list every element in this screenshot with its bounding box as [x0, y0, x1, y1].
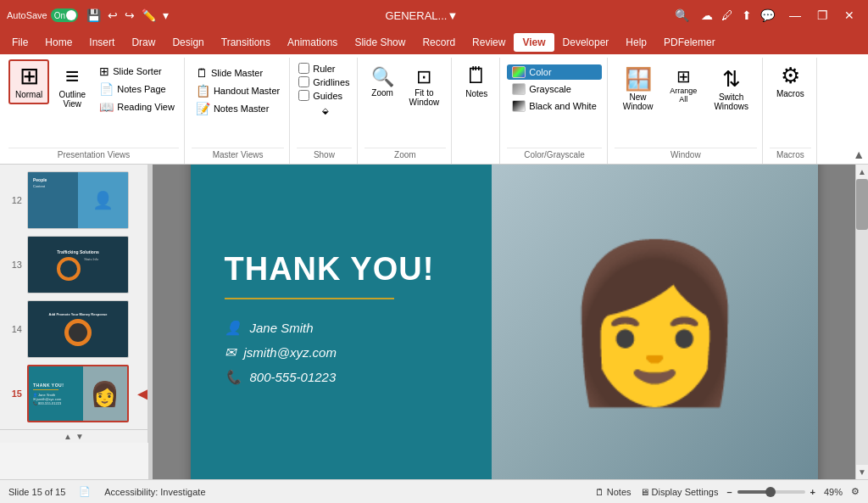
- menu-slideshow[interactable]: Slide Show: [346, 33, 414, 52]
- presentation-views-label: Presentation Views: [8, 148, 179, 162]
- scroll-up-button[interactable]: ▲: [856, 165, 869, 179]
- slide-item-15[interactable]: 15 THANK YOU! 👤 Jane Smith ✉ jsmith@xyz.…: [0, 361, 147, 426]
- menu-draw[interactable]: Draw: [123, 33, 164, 52]
- menu-pdfelemer[interactable]: PDFelemer: [655, 33, 724, 52]
- show-group: Ruler Gridlines Guides ⬙ Show: [292, 58, 357, 164]
- autosave-toggle[interactable]: On: [51, 8, 78, 22]
- slide-item-12[interactable]: 12 People Content 👤: [0, 168, 147, 232]
- menu-file[interactable]: File: [3, 33, 36, 52]
- color-button[interactable]: Color: [507, 64, 601, 80]
- accessibility-status[interactable]: Accessibility: Investigate: [104, 487, 205, 497]
- handout-master-button[interactable]: 📋 Handout Master: [192, 82, 284, 99]
- autosave-label: AutoSave On: [7, 8, 78, 22]
- slide-thumb-15: THANK YOU! 👤 Jane Smith ✉ jsmith@xyz.com…: [27, 365, 129, 422]
- notes-icon: 🗒: [465, 63, 487, 89]
- pen-icon[interactable]: ✏️: [142, 8, 156, 22]
- close-button[interactable]: ✕: [837, 5, 861, 25]
- slide-item-13[interactable]: 13 Trafficking Solutions Stats Info: [0, 232, 147, 297]
- notes-page-button[interactable]: 📄 Notes Page: [95, 81, 179, 98]
- gridlines-check[interactable]: Gridlines: [298, 76, 349, 87]
- macros-label: Macros: [770, 148, 811, 162]
- menu-insert[interactable]: Insert: [81, 33, 123, 52]
- search-icon[interactable]: 🔍: [675, 8, 689, 22]
- pen2-icon[interactable]: 🖊: [721, 8, 733, 22]
- arrange-icon: ⊞: [676, 66, 691, 87]
- ruler-checkbox[interactable]: [298, 63, 309, 74]
- color-grayscale-group: Color Grayscale Black and White Color/Gr…: [502, 58, 607, 164]
- switch-windows-button[interactable]: ⇅ Switch Windows: [707, 63, 755, 115]
- redo-icon[interactable]: ↪: [125, 8, 135, 22]
- menu-bar: File Home Insert Draw Design Transitions…: [0, 31, 868, 54]
- notes-status-button[interactable]: 🗒 Notes: [595, 487, 632, 497]
- slide-master-button[interactable]: 🗒 Slide Master: [192, 64, 284, 81]
- notes-button[interactable]: 🗒 Notes: [459, 59, 494, 102]
- slide-canvas[interactable]: THANK YOU! 👤 Jane Smith ✉ jsmith@xyz.com…: [153, 165, 855, 479]
- share-icon[interactable]: ⬆: [742, 8, 752, 22]
- reading-view-button[interactable]: 📖 Reading View: [95, 98, 179, 115]
- zoom-plus-button[interactable]: +: [810, 487, 815, 497]
- scroll-down-button[interactable]: ▼: [856, 465, 869, 479]
- zoom-minus-button[interactable]: –: [726, 487, 732, 497]
- display-icon: 🖥: [640, 487, 649, 497]
- menu-review[interactable]: Review: [464, 33, 514, 52]
- ribbon-collapse-button[interactable]: ▲: [853, 148, 865, 161]
- vertical-scrollbar[interactable]: ▲ ▼: [855, 165, 868, 479]
- macros-button[interactable]: ⚙ Macros: [770, 59, 811, 102]
- cloud-icon[interactable]: ☁: [701, 8, 713, 22]
- maximize-button[interactable]: ❐: [810, 5, 834, 25]
- main-area: 12 People Content 👤: [0, 165, 868, 479]
- switch-windows-icon: ⇅: [722, 66, 741, 92]
- guides-check[interactable]: Guides: [298, 90, 349, 101]
- title-bar: AutoSave On 💾 ↩ ↪ ✏️ ▾ GENERAL...▼ 🔍 ☁ 🖊…: [0, 0, 868, 31]
- new-window-button[interactable]: 🪟 New Window: [616, 63, 660, 115]
- black-white-button[interactable]: Black and White: [507, 98, 601, 114]
- menu-view[interactable]: View: [514, 33, 554, 52]
- normal-icon: ⊞: [19, 64, 39, 88]
- view-small-buttons: ⊞ Slide Sorter 📄 Notes Page 📖 Reading Vi…: [95, 63, 179, 115]
- zoom-slider-track[interactable]: [737, 490, 805, 494]
- slide-thumb-12: People Content 👤: [27, 171, 129, 229]
- slide-item-14[interactable]: 14 Add Promote Your Money Response: [0, 297, 147, 361]
- slide-panel-scroll-bottom: ▲ ▼: [0, 429, 148, 443]
- outline-view-button[interactable]: ≡ Outline View: [51, 59, 93, 114]
- menu-record[interactable]: Record: [414, 33, 464, 52]
- slide-sorter-icon: ⊞: [99, 64, 109, 78]
- menu-design[interactable]: Design: [164, 33, 212, 52]
- scroll-thumb[interactable]: [856, 179, 868, 230]
- slide-thumb-13: Trafficking Solutions Stats Info: [27, 236, 129, 293]
- comment-icon[interactable]: 💬: [760, 8, 775, 22]
- guides-checkbox[interactable]: [298, 90, 309, 101]
- ruler-check[interactable]: Ruler: [298, 63, 349, 74]
- zoom-group: 🔍 Zoom ⊡ Fit to Window Zoom: [359, 58, 453, 164]
- person-photo: 👩: [559, 246, 750, 399]
- fit-to-window-button[interactable]: ⊡ Fit to Window: [404, 63, 445, 110]
- slide-master-icon: 🗒: [196, 66, 208, 80]
- master-view-buttons: 🗒 Slide Master 📋 Handout Master 📝 Notes …: [192, 64, 284, 117]
- slide-scroll-down[interactable]: ▼: [75, 432, 84, 441]
- settings-gear-icon[interactable]: ⚙: [851, 486, 860, 497]
- gridlines-checkbox[interactable]: [298, 76, 309, 87]
- macros-group: ⚙ Macros Macros: [765, 58, 817, 164]
- arrange-all-button[interactable]: ⊞ Arrange All: [663, 63, 704, 107]
- notes-master-button[interactable]: 📝 Notes Master: [192, 100, 284, 117]
- menu-developer[interactable]: Developer: [554, 33, 618, 52]
- menu-animations[interactable]: Animations: [279, 33, 346, 52]
- display-settings-button[interactable]: 🖥 Display Settings: [640, 487, 719, 497]
- menu-transitions[interactable]: Transitions: [213, 33, 279, 52]
- show-dialog-button[interactable]: ⬙: [319, 106, 329, 115]
- slide-sorter-button[interactable]: ⊞ Slide Sorter: [95, 63, 179, 80]
- more-icon[interactable]: ▾: [163, 8, 169, 22]
- file-name: GENERAL...▼: [174, 9, 670, 22]
- save-icon[interactable]: 💾: [86, 8, 101, 22]
- zoom-button[interactable]: 🔍 Zoom: [366, 63, 399, 101]
- slide-scroll-up[interactable]: ▲: [64, 432, 72, 441]
- zoom-slider-thumb[interactable]: [765, 487, 776, 497]
- grayscale-button[interactable]: Grayscale: [507, 81, 601, 97]
- normal-view-button[interactable]: ⊞ Normal: [8, 59, 49, 104]
- menu-help[interactable]: Help: [617, 33, 655, 52]
- minimize-button[interactable]: —: [783, 5, 807, 25]
- menu-home[interactable]: Home: [36, 33, 81, 52]
- presentation-views-group: ⊞ Normal ≡ Outline View ⊞ Slide Sorter 📄…: [3, 58, 185, 164]
- undo-icon[interactable]: ↩: [108, 8, 118, 22]
- reading-view-icon: 📖: [99, 100, 114, 114]
